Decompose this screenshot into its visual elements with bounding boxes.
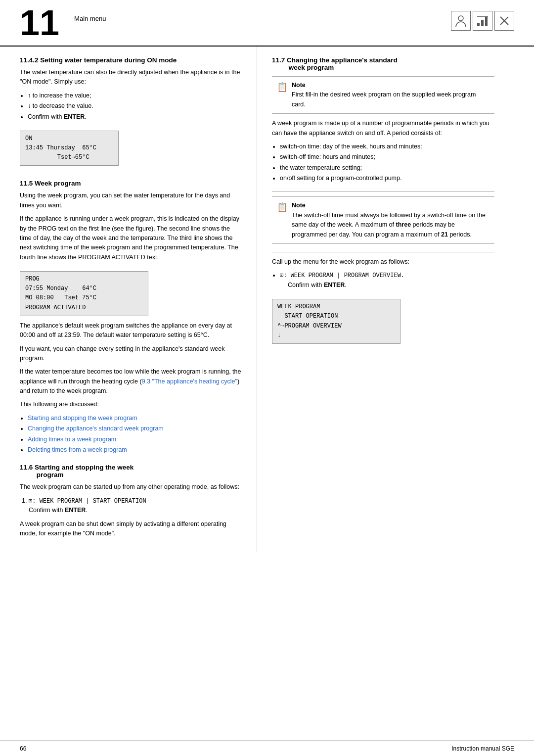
bullet-water-temp: the water temperature setting; xyxy=(280,163,494,173)
page-number: 66 xyxy=(20,745,26,752)
person-icon xyxy=(451,11,471,31)
bullet-switch-off: switch-off time: hours and minutes; xyxy=(280,152,494,162)
header-title: Main menu xyxy=(74,9,451,22)
header-icons xyxy=(451,11,514,31)
bullet-down-arrow: ↓ to decrease the value. xyxy=(28,101,242,111)
section-11-4-2-title: 11.4.2 Setting water temperature during … xyxy=(20,56,242,64)
section-11-5-title: 11.5 Week program xyxy=(20,180,242,187)
menu-text-overview: : WEEK PROGRAM | PROGRAM OVERVIEW. xyxy=(283,272,404,279)
link-starting-stopping[interactable]: Starting and stopping the week program xyxy=(28,415,137,422)
section-11-7-menu-list: ⊡: WEEK PROGRAM | PROGRAM OVERVIEW. Conf… xyxy=(280,271,494,290)
link-changing-standard[interactable]: Changing the appliance's standard week p… xyxy=(28,425,164,432)
section-divider-2 xyxy=(272,252,494,252)
note-icon-1: 📋 xyxy=(277,82,288,93)
note-label-1: Note xyxy=(292,81,490,90)
section-11-6-title: 11.6 Starting and stopping the week prog… xyxy=(20,464,242,478)
section-11-5-para1: Using the week program, you can set the … xyxy=(20,191,242,210)
bullet-enter-confirm: Confirm with ENTER. xyxy=(28,112,242,122)
page-header: 11 Main menu xyxy=(0,0,534,47)
page-footer: 66 Instruction manual SGE xyxy=(0,741,534,756)
section-11-6-para1: The week program can be started up from … xyxy=(20,482,242,492)
down-arrow-symbol: ↓ to decrease the value. xyxy=(28,102,93,109)
right-column: 11.7 Changing the appliance's standard w… xyxy=(257,47,514,552)
list-item: Adding times to a week program xyxy=(28,435,242,444)
section-divider-1 xyxy=(272,191,494,191)
svg-rect-1 xyxy=(477,23,480,26)
note-text-2: Note The switch-off time must always be … xyxy=(292,201,490,239)
section-11-7-title: 11.7 Changing the appliance's standard w… xyxy=(272,56,494,71)
section-11-5-para6: This following are discussed: xyxy=(20,400,242,409)
list-item: Deleting times from a week program xyxy=(28,445,242,455)
section-11-5-para4: If you want, you can change every settin… xyxy=(20,344,242,364)
note-box-2: 📋 Note The switch-off time must always b… xyxy=(272,196,494,244)
menu-confirm: Confirm with ENTER. xyxy=(288,282,347,288)
svg-rect-3 xyxy=(485,17,488,26)
section-11-4-2-bullets: ↑ to increase the value; ↓ to decrease t… xyxy=(28,91,242,122)
note-icon-2: 📋 xyxy=(277,202,288,213)
note-box-1: 📋 Note First fill-in the desired week pr… xyxy=(272,76,494,114)
bullet-on-off-pump: on/off setting for a program-controlled … xyxy=(280,174,494,183)
section-11-7-para1: A week program is made up of a number of… xyxy=(272,119,494,138)
content-area: 11.4.2 Setting water temperature during … xyxy=(0,47,534,572)
link-deleting-times[interactable]: Deleting times from a week program xyxy=(28,446,127,453)
note-label-2: Note xyxy=(292,201,490,210)
step-1-text: : WEEK PROGRAM | START OPERATION xyxy=(32,498,146,505)
section-11-6-steps: ⊡: WEEK PROGRAM | START OPERATION Confir… xyxy=(29,496,242,516)
svg-point-0 xyxy=(458,16,463,21)
list-item: Starting and stopping the week program xyxy=(28,414,242,423)
lcd-display-week-program: WEEK PROGRAM START OPERATION ^→PROGRAM O… xyxy=(272,299,400,344)
left-column: 11.4.2 Setting water temperature during … xyxy=(0,47,257,552)
section-11-7-bullets: switch-on time: day of the week, hours a… xyxy=(280,142,494,184)
link-adding-times[interactable]: Adding times to a week program xyxy=(28,436,116,443)
up-arrow-symbol: ↑ to increase the value; xyxy=(28,92,91,99)
section-11-6-para2: A week program can be shut down simply b… xyxy=(20,520,242,539)
svg-rect-2 xyxy=(481,20,484,26)
lcd-display-on-mode: ON 13:45 Thursday 65°C Tset→65°C xyxy=(20,131,119,166)
section-11-5-para5: If the water temperature becomes too low… xyxy=(20,367,242,396)
step-1-confirm: Confirm with ENTER. xyxy=(29,507,88,514)
list-item: Changing the appliance's standard week p… xyxy=(28,424,242,433)
note-text-1: Note First fill-in the desired week prog… xyxy=(292,81,490,109)
step-1: ⊡: WEEK PROGRAM | START OPERATION Confir… xyxy=(29,496,242,516)
section-11-7-para2: Call up the menu for the week program as… xyxy=(272,257,494,267)
page: 11 Main menu xyxy=(0,0,534,756)
link-heating-cycle[interactable]: 9.3 "The appliance's heating cycle" xyxy=(142,378,237,385)
section-11-5-para2: If the appliance is running under a week… xyxy=(20,214,242,262)
settings-graph-icon xyxy=(473,11,492,31)
section-11-5-para3: The appliance's default week program swi… xyxy=(20,321,242,340)
section-11-4-2-para1: The water temperature can also be direct… xyxy=(20,68,242,87)
chapter-number: 11 xyxy=(20,5,59,41)
bullet-switch-on: switch-on time: day of the week, hours a… xyxy=(280,142,494,151)
section-11-5-links-list: Starting and stopping the week program C… xyxy=(28,414,242,455)
bullet-up-arrow: ↑ to increase the value; xyxy=(28,91,242,100)
menu-item-program-overview: ⊡: WEEK PROGRAM | PROGRAM OVERVIEW. Conf… xyxy=(280,271,494,290)
note-content-1: First fill-in the desired week program o… xyxy=(292,91,476,107)
close-x-icon xyxy=(494,11,514,31)
lcd-display-prog: PROG 07:55 Monday 64°C MO 08:00 Tset 75°… xyxy=(20,271,148,316)
document-title: Instruction manual SGE xyxy=(451,745,514,752)
note-content-2: The switch-off time must always be follo… xyxy=(292,212,486,238)
